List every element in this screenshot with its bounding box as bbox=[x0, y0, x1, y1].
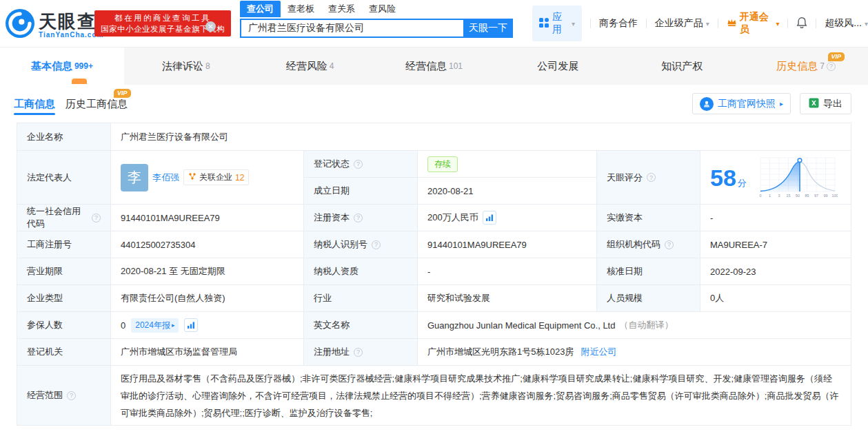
export-button-label: 导出 bbox=[823, 98, 842, 110]
nav-open-vip[interactable]: 开通会员 ▾ bbox=[727, 11, 780, 36]
company-tabbar: 基本信息 999+ 法律诉讼 8 经营风险 4 经营信息 101 公司发展 知识… bbox=[0, 47, 868, 85]
svg-text:1: 1 bbox=[769, 194, 771, 198]
reg-address-value: 广州市增城区光明东路1号5栋1023房 附近公司 bbox=[418, 339, 851, 366]
tab-company-development[interactable]: 公司发展 bbox=[496, 48, 620, 85]
search-tab-company[interactable]: 查公司 bbox=[240, 1, 281, 17]
annual-report-chip[interactable]: 2024年报▸ bbox=[131, 318, 179, 333]
tab-legal-litigation[interactable]: 法律诉讼 8 bbox=[124, 48, 248, 85]
help-icon[interactable]: ? bbox=[372, 240, 381, 249]
divider bbox=[718, 19, 718, 28]
nav-cooperation[interactable]: 商务合作 bbox=[599, 17, 638, 30]
divider bbox=[816, 19, 816, 28]
paid-capital-label: 实缴资本 bbox=[597, 205, 700, 231]
related-companies-badge[interactable]: 关联企业 12 bbox=[183, 169, 249, 185]
staff-size-value: 0人 bbox=[700, 285, 851, 312]
industry-label: 行业 bbox=[304, 285, 418, 312]
help-icon[interactable]: ? bbox=[67, 391, 76, 400]
help-icon[interactable]: ? bbox=[827, 62, 836, 71]
svg-text:100: 100 bbox=[831, 194, 838, 198]
tab-history-info[interactable]: VIP 历史信息 7 ? bbox=[744, 48, 868, 85]
related-companies-count: 12 bbox=[235, 173, 244, 183]
search-tab-risk[interactable]: 查风险 bbox=[362, 1, 403, 17]
paid-capital-value: - bbox=[700, 205, 851, 231]
company-type-value: 有限责任公司(自然人独资) bbox=[111, 285, 304, 312]
crown-icon bbox=[727, 18, 737, 29]
svg-text:99: 99 bbox=[823, 194, 827, 198]
legal-rep-value: 李 李佰强 关联企业 12 bbox=[111, 151, 304, 205]
trend-chart-icon[interactable] bbox=[184, 318, 198, 332]
partial-badge bbox=[72, 79, 87, 84]
approval-date-label: 核准日期 bbox=[597, 258, 700, 285]
approval-date-value: 2022-09-23 bbox=[700, 258, 851, 285]
status-badge: 存续 bbox=[427, 156, 458, 172]
help-icon[interactable]: ? bbox=[92, 214, 101, 222]
business-info-table: 企业名称 广州君兰医疗设备有限公司 法定代表人 李 李佰强 关联企业 12 登记… bbox=[17, 123, 851, 426]
reg-authority-value: 广州市增城区市场监督管理局 bbox=[111, 339, 304, 366]
nav-super-risk[interactable]: 超级风... ▾ bbox=[825, 17, 868, 30]
insured-count-label: 参保人数 bbox=[17, 312, 111, 339]
nav-apps[interactable]: 应用 ▾ bbox=[532, 6, 582, 41]
tab-label: 经营风险 bbox=[286, 60, 327, 73]
legal-rep-link[interactable]: 李佰强 bbox=[152, 172, 179, 184]
score-number: 58 分 bbox=[710, 166, 747, 189]
insured-count-value: 0 2024年报▸ bbox=[111, 312, 304, 339]
export-button[interactable]: 导出 bbox=[800, 93, 851, 114]
org-code-label: 组织机构代码? bbox=[597, 231, 700, 258]
help-icon[interactable]: ? bbox=[354, 214, 363, 222]
chevron-down-icon: ▾ bbox=[572, 20, 575, 28]
nav-enterprise[interactable]: 企业级产品 ▾ bbox=[655, 17, 709, 30]
reg-capital-label: 注册资本? bbox=[304, 205, 418, 231]
search-clear-icon[interactable]: ✕ bbox=[205, 21, 216, 32]
search-button[interactable]: 天眼一下 bbox=[463, 19, 513, 38]
chevron-down-icon: ▾ bbox=[776, 20, 779, 28]
score-value: 58 分 0 1 3 15 50 bbox=[700, 151, 851, 205]
subtab-business-info[interactable]: 工商信息 bbox=[14, 85, 55, 123]
tab-basic-info[interactable]: 基本信息 999+ bbox=[0, 48, 124, 85]
tab-label: 历史信息 bbox=[776, 60, 818, 73]
help-icon[interactable]: ? bbox=[665, 240, 674, 249]
header-nav: 应用 ▾ 商务合作 企业级产品 ▾ 开通会员 ▾ bbox=[532, 11, 868, 36]
tab-label: 经营信息 bbox=[405, 60, 447, 73]
taxpayer-id-label: 纳税人识别号? bbox=[304, 231, 418, 258]
nearby-companies-link[interactable]: 附近公司 bbox=[581, 346, 616, 358]
apps-grid-icon bbox=[539, 18, 549, 30]
top-header: 天眼查 TianYanCha.com 都在用的商业查询工具 国家中小企业发展子基… bbox=[0, 0, 868, 47]
search-input[interactable] bbox=[240, 19, 463, 38]
related-companies-label: 关联企业 bbox=[199, 172, 232, 183]
company-name-value: 广州君兰医疗设备有限公司 bbox=[111, 123, 851, 151]
industry-value: 研究和试验发展 bbox=[418, 285, 597, 312]
svg-text:85: 85 bbox=[805, 194, 809, 198]
tab-label: 基本信息 bbox=[31, 60, 72, 73]
arrow-right-icon: ▸ bbox=[172, 322, 175, 329]
svg-text:50: 50 bbox=[796, 194, 800, 198]
reg-address-label: 注册地址? bbox=[304, 339, 418, 366]
snapshot-button[interactable]: 工商官网快照 ▸ bbox=[692, 93, 791, 114]
credit-code-label: 统一社会信用代码? bbox=[17, 205, 111, 231]
help-icon[interactable]: ? bbox=[647, 173, 656, 182]
credit-code-value: 91440101MA9UREEA79 bbox=[111, 205, 304, 231]
trend-chart-icon[interactable] bbox=[483, 211, 496, 225]
tab-operation-risk[interactable]: 经营风险 4 bbox=[248, 48, 372, 85]
tab-label: 知识产权 bbox=[661, 60, 703, 73]
reg-authority-label: 登记机关 bbox=[17, 339, 111, 366]
founded-date-value: 2020-08-21 bbox=[418, 178, 597, 205]
tab-intellectual-property[interactable]: 知识产权 bbox=[620, 48, 744, 85]
tab-operation-info[interactable]: 经营信息 101 bbox=[372, 48, 496, 85]
divider bbox=[646, 19, 647, 28]
svg-text:15: 15 bbox=[786, 194, 790, 198]
chevron-down-icon: ▾ bbox=[706, 20, 709, 28]
legal-rep-avatar[interactable]: 李 bbox=[121, 164, 148, 191]
founded-date-label: 成立日期 bbox=[304, 178, 418, 205]
score-distribution-chart: 0 1 3 15 50 85 97 99 100 bbox=[756, 156, 838, 200]
search-tab-relation[interactable]: 查关系 bbox=[321, 1, 362, 17]
chevron-down-icon: ▾ bbox=[865, 20, 868, 28]
notification-bell[interactable] bbox=[796, 17, 807, 30]
help-icon[interactable]: ? bbox=[354, 348, 363, 357]
search-tab-boss[interactable]: 查老板 bbox=[281, 1, 321, 17]
tab-count: 101 bbox=[449, 61, 463, 71]
tab-label: 法律诉讼 bbox=[162, 60, 203, 73]
help-icon[interactable]: ? bbox=[354, 160, 363, 169]
tianyancha-logo[interactable]: 天眼查 TianYanCha.com bbox=[6, 9, 103, 41]
banner-line1: 都在用的商业查询工具 bbox=[114, 12, 211, 23]
taxpayer-quali-label: 纳税人资质 bbox=[304, 258, 418, 285]
